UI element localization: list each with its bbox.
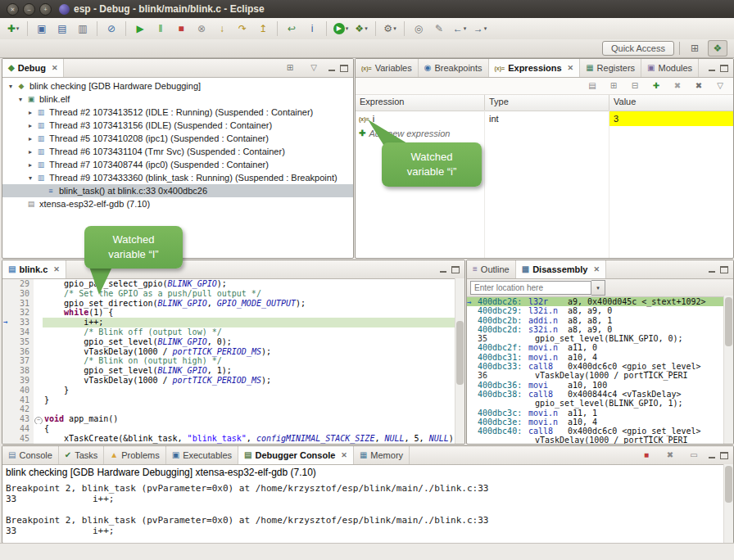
resume-button[interactable]: ▶ (130, 20, 150, 37)
debug-tree-item[interactable]: ▤xtensa-esp32-elf-gdb (7.10) (2, 197, 353, 210)
expand-arrow-icon[interactable]: ▸ (25, 135, 35, 142)
drop-to-frame-button[interactable]: ↩ (282, 20, 301, 37)
view-menu-icon[interactable]: ▽ (710, 78, 730, 94)
column-header-expression[interactable]: Expression (356, 95, 485, 111)
code-line[interactable]: 42 (2, 404, 464, 414)
debug-button[interactable]: ❖▾ (351, 20, 371, 37)
suspend-button[interactable]: ‖ (151, 20, 170, 37)
instruction-stepping-button[interactable]: i (302, 20, 322, 37)
disassembly-instruction[interactable]: 400dbc33:call80x400dc6c0 <gpio_set_level… (467, 362, 733, 371)
code-line[interactable]: →33 i++; (2, 318, 464, 327)
annotation-ruler[interactable] (2, 386, 13, 395)
code-line[interactable]: 29 gpio_pad_select_gpio(BLINK_GPIO); (2, 279, 464, 289)
collapse-arrow-icon[interactable]: ▾ (16, 96, 25, 103)
window-close-button[interactable]: ✕ (7, 3, 19, 16)
debug-tree-item[interactable]: ▾▣blink.elf (2, 93, 353, 106)
clear-console-icon[interactable]: ▭ (684, 447, 704, 463)
editor-scrollbar[interactable] (455, 278, 464, 444)
code-line[interactable]: 41} (2, 395, 464, 405)
code-line[interactable]: 31 gpio_set_direction(BLINK_GPIO, GPIO_M… (2, 299, 464, 309)
disassembly-instruction[interactable]: 400dbc3c:movi.na11, 1 (467, 409, 733, 418)
location-input[interactable] (470, 281, 591, 295)
window-minimize-button[interactable]: – (23, 3, 35, 16)
open-perspective-button[interactable]: ⊞ (685, 40, 705, 56)
annotation-ruler[interactable] (2, 289, 13, 299)
disassembly-instruction[interactable]: 400dbc2b:addi.na8, a8, 1 (467, 316, 733, 325)
code-line[interactable]: 40 } (2, 386, 464, 395)
remove-launch-icon[interactable]: ✖ (660, 447, 680, 463)
disassembly-instruction[interactable]: 400dbc31:movi.na10, 4 (467, 353, 733, 362)
code-line[interactable]: 44{ (2, 424, 464, 434)
step-over-button[interactable]: ↷ (233, 20, 252, 37)
disassembly-instruction[interactable]: 400dbc29:l32i.na8, a9, 0 (467, 306, 733, 315)
annotation-ruler[interactable] (2, 404, 13, 414)
window-maximize-button[interactable]: + (39, 3, 52, 16)
disassembly-source-line[interactable]: 35gpio_set_level(BLINK_GPIO, 0); (467, 334, 733, 343)
code-line[interactable]: 30 /* Set the GPIO as a push/pull output… (2, 289, 464, 299)
scrollbar-thumb[interactable] (725, 466, 732, 503)
annotation-ruler[interactable] (2, 395, 13, 405)
show-logical-structures-icon[interactable]: ⊞ (604, 78, 623, 94)
code-line[interactable]: 45 xTaskCreate(&blink_task, "blink_task"… (2, 434, 464, 444)
step-return-button[interactable]: ↥ (253, 20, 273, 37)
terminate-button[interactable]: ■ (171, 20, 191, 37)
tab-tasks[interactable]: ✔Tasks (59, 446, 105, 464)
console-scrollbar[interactable] (723, 464, 733, 543)
disassembly-instruction[interactable]: 400dbc3e:movi.na10, 4 (467, 418, 733, 427)
print-button[interactable]: ▥ (73, 20, 93, 37)
run-button[interactable]: ▶▾ (331, 20, 351, 37)
view-menu-icon[interactable]: ▽ (304, 60, 324, 76)
debug-tree-item[interactable]: ▾◆blink checking [GDB Hardware Debugging… (2, 79, 353, 93)
tab-registers[interactable]: ▦Registers (580, 59, 641, 77)
collapse-arrow-icon[interactable]: ▾ (25, 174, 35, 182)
column-header-value[interactable]: Value (609, 95, 733, 111)
code-line[interactable]: 43−void app_main() (2, 414, 464, 424)
disassembly-source-line[interactable]: vTaskDelay(1000 / portTICK_PERI (467, 436, 733, 445)
code-line[interactable]: 36 vTaskDelay(1000 / portTICK_PERIOD_MS)… (2, 347, 464, 357)
maximize-icon[interactable] (451, 266, 460, 273)
disassembly-scrollbar[interactable] (723, 296, 733, 444)
code-area[interactable]: 29 gpio_pad_select_gpio(BLINK_GPIO);30 /… (2, 279, 464, 444)
collapse-all-icon[interactable]: ⊟ (625, 78, 645, 94)
code-line[interactable]: 35 gpio_set_level(BLINK_GPIO, 0); (2, 337, 464, 347)
debug-tree-item[interactable]: ▸▥Thread #3 1073413156 (IDLE) (Suspended… (2, 119, 353, 132)
location-dropdown-icon[interactable]: ▾ (591, 280, 605, 296)
expand-arrow-icon[interactable]: ▸ (25, 122, 35, 129)
tab-blink-c[interactable]: ▤blink.c✕ (2, 260, 66, 278)
back-button[interactable]: ←▾ (450, 20, 469, 37)
annotation-ruler[interactable] (2, 299, 13, 309)
annotation-ruler[interactable] (2, 414, 13, 424)
search-button[interactable]: ◎ (409, 20, 428, 37)
code-line[interactable]: 39 vTaskDelay(1000 / portTICK_PERIOD_MS)… (2, 376, 464, 386)
close-tab-icon[interactable]: ✕ (53, 265, 60, 273)
close-tab-icon[interactable]: ✕ (52, 64, 58, 72)
debug-tree-item[interactable]: ▾▥Thread #9 1073433360 (blink_task : Run… (2, 171, 353, 184)
disassembly-instruction[interactable]: 400dbc2d:s32i.na8, a9, 0 (467, 325, 733, 334)
code-line[interactable]: 32 while(1) { (2, 308, 464, 318)
expand-arrow-icon[interactable]: ▸ (25, 148, 35, 156)
scrollbar-thumb[interactable] (456, 321, 464, 385)
step-into-button[interactable]: ↓ (212, 20, 232, 37)
maximize-icon[interactable] (720, 452, 728, 459)
disconnect-button[interactable]: ⊗ (192, 20, 211, 37)
annotation-ruler[interactable] (2, 337, 13, 347)
console-lines[interactable]: Breakpoint 2, blink_task (pvParameter=0x… (2, 482, 733, 537)
tab-debugger-console[interactable]: ▤Debugger Console✕ (238, 446, 354, 464)
annotation-ruler[interactable] (2, 434, 13, 444)
terminate-console-icon[interactable]: ■ (637, 447, 656, 463)
tab-console[interactable]: ▤Console (2, 446, 59, 464)
quick-access-button[interactable]: Quick Access (602, 41, 674, 56)
scrollbar-thumb[interactable] (725, 297, 732, 346)
add-expression-icon[interactable]: ✚ (646, 78, 666, 94)
close-tab-icon[interactable]: ✕ (568, 64, 574, 72)
annotation-ruler[interactable] (2, 376, 13, 386)
debug-tree-item[interactable]: ▸▥Thread #5 1073410208 (ipc1) (Suspended… (2, 132, 353, 145)
code-line[interactable]: 38 gpio_set_level(BLINK_GPIO, 1); (2, 366, 464, 376)
debug-tree-item[interactable]: ▸▥Thread #2 1073413512 (IDLE : Running) … (2, 106, 353, 119)
remove-expression-icon[interactable]: ✖ (668, 78, 687, 94)
maximize-icon[interactable] (720, 65, 728, 72)
code-line[interactable]: 34 /* Blink off (output low) */ (2, 327, 464, 337)
tab-disassembly[interactable]: ▦Disassembly✕ (516, 260, 606, 278)
debug-tree-item[interactable]: ▸▥Thread #6 1073431104 (Tmr Svc) (Suspen… (2, 145, 353, 158)
disassembly-instruction[interactable]: 400dbc2f:movi.na11, 0 (467, 343, 733, 352)
